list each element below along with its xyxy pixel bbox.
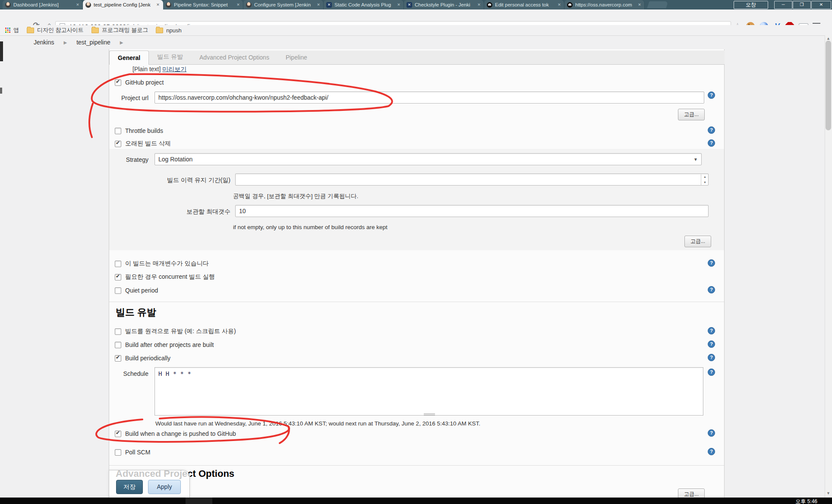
advanced-button[interactable]: 고급...: [684, 236, 711, 247]
tab-title: Static Code Analysis Plug: [334, 2, 394, 7]
schedule-help-text: Would last have run at Wednesday, June 1…: [155, 420, 480, 427]
quiet-period-checkbox[interactable]: [115, 287, 121, 294]
poll-scm-checkbox[interactable]: [115, 449, 121, 456]
github-push-checkbox[interactable]: [115, 431, 121, 437]
browser-tab[interactable]: Configure System [Jenkin✕: [243, 0, 324, 9]
section-divider: [109, 302, 724, 302]
strategy-select[interactable]: Log Rotation▼: [154, 153, 702, 165]
discard-old-builds-checkbox[interactable]: [115, 141, 121, 147]
browser-tab[interactable]: Edit personal access tok✕: [484, 0, 564, 9]
tab-pipeline[interactable]: Pipeline: [277, 50, 315, 64]
breadcrumb-jenkins-link[interactable]: Jenkins: [34, 39, 54, 46]
window-close-button[interactable]: ✕: [811, 1, 831, 9]
help-icon[interactable]: [708, 327, 715, 334]
build-after-row: Build after other projects are built: [115, 341, 214, 348]
help-icon[interactable]: [708, 286, 715, 293]
help-icon[interactable]: [708, 448, 715, 455]
preview-link[interactable]: 미리보기: [162, 66, 186, 72]
jenkins-favicon-icon: [5, 2, 11, 8]
concurrent-builds-row: 필요한 경우 concurrent 빌드 실행: [115, 274, 215, 280]
browser-tab[interactable]: Dashboard [Jenkins]✕: [3, 0, 83, 9]
build-periodically-checkbox[interactable]: [115, 355, 121, 362]
build-triggers-heading: 빌드 유발: [116, 306, 156, 319]
spinner-down-icon[interactable]: ▼: [701, 180, 709, 186]
bookmark-label: npush: [166, 27, 181, 34]
browser-tab[interactable]: Checkstyle Plugin - Jenki✕: [404, 0, 484, 9]
bookmark-folder[interactable]: 디자인 참고사이트: [27, 26, 84, 34]
strategy-label: Strategy: [98, 156, 148, 163]
help-icon[interactable]: [708, 340, 715, 348]
trigger-remote-checkbox[interactable]: [115, 328, 121, 335]
tab-close-icon[interactable]: ✕: [316, 2, 321, 7]
bookmark-folder[interactable]: 프로그래밍 블로그: [91, 26, 148, 34]
help-icon[interactable]: [708, 126, 715, 134]
apps-label: 앱: [13, 26, 19, 34]
throttle-builds-checkbox[interactable]: [115, 128, 121, 134]
build-after-checkbox[interactable]: [115, 342, 121, 348]
bookmark-folder[interactable]: npush: [156, 27, 181, 34]
tab-title: Configure System [Jenkin: [254, 2, 313, 7]
days-to-keep-input[interactable]: [235, 173, 709, 186]
tab-close-icon[interactable]: ✕: [236, 2, 241, 7]
max-to-keep-input[interactable]: [235, 205, 709, 217]
textarea-resize-grip[interactable]: [424, 413, 435, 416]
parameterized-checkbox[interactable]: [115, 261, 121, 267]
browser-tab-active[interactable]: test_pipeline Config [Jenk✕: [83, 0, 163, 9]
help-icon[interactable]: [708, 369, 715, 376]
tab-build-triggers[interactable]: 빌드 유발: [149, 50, 191, 64]
help-icon[interactable]: [708, 91, 715, 99]
advanced-button[interactable]: 고급...: [678, 109, 705, 120]
tab-general[interactable]: General: [109, 50, 149, 65]
spinner-up-icon[interactable]: ▲: [701, 174, 709, 180]
tab-close-icon[interactable]: ✕: [155, 2, 161, 7]
project-url-label: Project url: [98, 94, 148, 101]
help-icon[interactable]: [708, 259, 715, 267]
help-icon[interactable]: [708, 429, 715, 437]
new-tab-button[interactable]: [647, 1, 668, 8]
breadcrumb-job-link[interactable]: test_pipeline: [76, 39, 110, 46]
concurrent-builds-checkbox[interactable]: [115, 274, 121, 280]
tab-close-icon[interactable]: ✕: [75, 2, 80, 7]
apps-grid-icon: [5, 28, 10, 33]
number-spinner[interactable]: ▲▼: [701, 174, 709, 186]
apply-button[interactable]: Apply: [148, 480, 181, 494]
discard-old-builds-row: 오래된 빌드 삭제: [115, 140, 171, 147]
throttle-builds-row: Throttle builds: [115, 127, 163, 134]
github-project-row: GitHub project: [115, 79, 164, 86]
window-minimize-button[interactable]: ─: [774, 1, 792, 9]
tab-title: Checkstyle Plugin - Jenki: [415, 2, 474, 7]
tab-advanced-project-options[interactable]: Advanced Project Options: [191, 50, 277, 64]
help-icon[interactable]: [708, 139, 715, 147]
apps-shortcut[interactable]: 앱: [5, 26, 19, 34]
chevron-right-icon: ▶: [120, 40, 123, 45]
taskbar-item: [186, 498, 212, 504]
taskbar-clock: 오후 5:46: [795, 498, 817, 504]
schedule-textarea[interactable]: H H * * *: [154, 367, 703, 416]
project-url-input[interactable]: [154, 91, 704, 104]
screen-edge-artifact: [0, 88, 2, 94]
browser-tab[interactable]: Pipeline Syntax: Snippet✕: [163, 0, 243, 9]
github-project-checkbox[interactable]: [115, 79, 121, 86]
breadcrumb: Jenkins ▶ test_pipeline ▶: [0, 35, 832, 49]
window-restore-button[interactable]: ❐: [793, 1, 811, 9]
tab-close-icon[interactable]: ✕: [476, 2, 482, 7]
screen: Dashboard [Jenkins]✕ test_pipeline Confi…: [0, 0, 832, 504]
scroll-down-icon[interactable]: ▼: [826, 491, 831, 495]
browser-tab[interactable]: https://oss.navercorp.com✕: [564, 0, 645, 9]
tab-close-icon[interactable]: ✕: [396, 2, 401, 7]
analysis-plugin-favicon-icon: [407, 2, 412, 8]
tab-close-icon[interactable]: ✕: [557, 2, 562, 7]
parameterized-row: 이 빌드는 매개변수가 있습니다: [115, 260, 209, 267]
build-periodically-row: Build periodically: [115, 355, 170, 362]
tab-title: Dashboard [Jenkins]: [13, 2, 72, 7]
profile-button[interactable]: 오창: [734, 1, 768, 9]
bookmarks-bar: 앱 디자인 참고사이트 프로그래밍 블로그 npush: [0, 25, 832, 36]
browser-tab[interactable]: Static Code Analysis Plug✕: [324, 0, 404, 9]
scroll-up-icon[interactable]: ▲: [826, 36, 831, 41]
tab-close-icon[interactable]: ✕: [637, 2, 642, 7]
github-favicon-icon: [487, 2, 492, 8]
folder-icon: [91, 28, 99, 33]
save-button[interactable]: 저장: [116, 480, 143, 494]
help-icon[interactable]: [708, 354, 715, 361]
scrollbar-thumb[interactable]: [826, 41, 831, 130]
